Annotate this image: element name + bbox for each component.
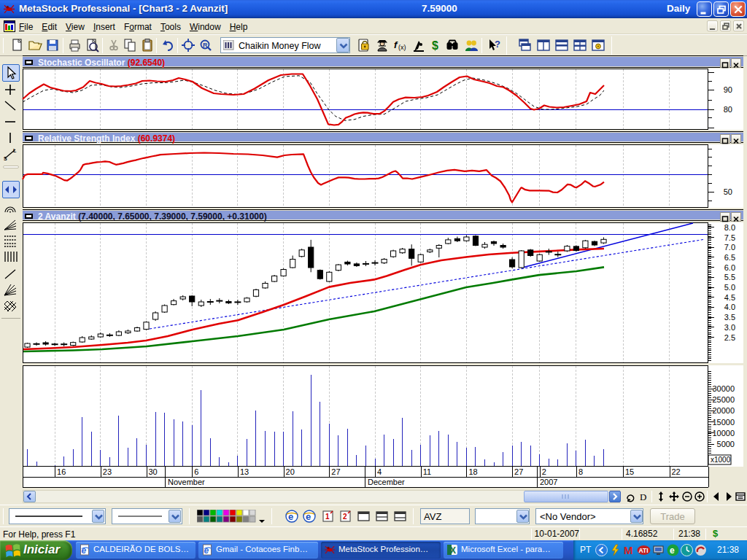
svg-text:23: 23 (103, 467, 112, 476)
svg-text:10000: 10000 (712, 429, 735, 438)
svg-text:30: 30 (149, 467, 158, 476)
svg-text:25000: 25000 (712, 395, 735, 404)
svg-text:3.5: 3.5 (724, 313, 735, 322)
svg-text:22: 22 (672, 467, 681, 476)
svg-text:7.0: 7.0 (724, 243, 735, 252)
svg-text:30000: 30000 (712, 384, 735, 393)
svg-text:December: December (368, 478, 405, 486)
svg-text:4: 4 (377, 467, 382, 476)
svg-text:2: 2 (343, 513, 347, 521)
svg-text:2007: 2007 (540, 478, 557, 486)
svg-text:20000: 20000 (712, 406, 735, 415)
svg-text:1: 1 (325, 513, 330, 521)
svg-text:4.0: 4.0 (724, 303, 735, 311)
svg-text:6.0: 6.0 (724, 263, 735, 272)
svg-text:e: e (204, 545, 209, 556)
svg-text:6.5: 6.5 (724, 253, 735, 262)
svg-text:November: November (168, 478, 205, 486)
svg-text:4.5: 4.5 (724, 293, 735, 302)
svg-text:e: e (670, 545, 675, 556)
svg-text:2: 2 (542, 467, 546, 476)
svg-text:2.5: 2.5 (724, 333, 735, 342)
svg-text:90: 90 (724, 85, 732, 94)
svg-text:5.0: 5.0 (724, 283, 735, 292)
svg-text:15000: 15000 (712, 418, 735, 427)
svg-text:e: e (82, 545, 87, 556)
svg-text:27: 27 (514, 467, 523, 476)
svg-text:3.0: 3.0 (724, 323, 735, 332)
svg-text:5.5: 5.5 (724, 273, 735, 281)
svg-text:M: M (624, 544, 633, 556)
svg-text:16: 16 (57, 467, 66, 476)
svg-text:X: X (450, 545, 456, 556)
svg-text:11: 11 (423, 467, 431, 476)
svg-text:15: 15 (625, 467, 634, 476)
svg-text:50: 50 (724, 187, 732, 196)
svg-text:5000: 5000 (717, 440, 735, 448)
svg-text:D: D (640, 491, 646, 502)
svg-text:13: 13 (240, 467, 249, 476)
svg-text:7.5: 7.5 (724, 233, 735, 242)
svg-text:27: 27 (331, 467, 340, 476)
svg-text:x1000: x1000 (711, 456, 731, 464)
svg-text:6: 6 (194, 467, 198, 476)
svg-text:18: 18 (468, 467, 477, 476)
svg-text:8: 8 (578, 467, 583, 476)
svg-text:80: 80 (724, 105, 732, 114)
svg-text:20: 20 (286, 467, 295, 476)
svg-text:ATI: ATI (639, 547, 649, 554)
svg-text:8.0: 8.0 (724, 223, 735, 232)
